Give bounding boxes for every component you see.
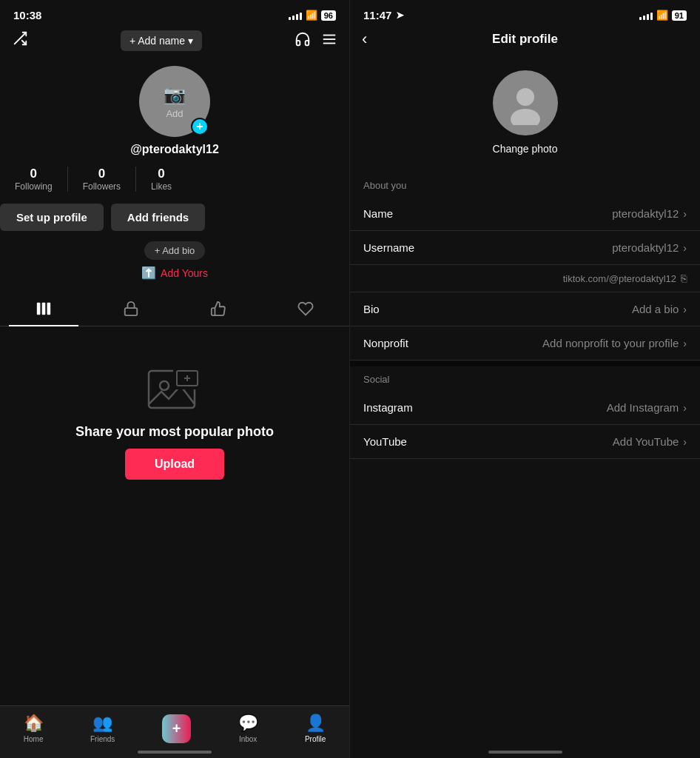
inbox-label: Inbox	[239, 735, 257, 743]
about-you-label: About you	[350, 172, 700, 197]
add-yours-label: Add Yours	[161, 267, 208, 279]
username-field-value: pterodaktyl12 ›	[612, 241, 687, 254]
tab-liked[interactable]	[175, 292, 262, 326]
youtube-field-row[interactable]: YouTube Add YouTube ›	[350, 425, 700, 459]
left-home-indicator	[138, 751, 212, 754]
svg-rect-7	[47, 303, 51, 315]
left-panel: 10:38 📶 96 + Add name ▾	[0, 0, 350, 758]
edit-profile-header: ‹ Edit profile	[350, 26, 700, 56]
tiktok-link: tiktok.com/@pterodaktyl12 ⎘	[563, 272, 687, 284]
tab-videos[interactable]	[0, 292, 87, 326]
empty-state: Share your most popular photo Upload	[0, 341, 349, 502]
following-count: 0	[30, 167, 37, 181]
bio-section: + Add bio ⬆️ Add Yours	[0, 241, 349, 280]
instagram-field-label: Instagram	[363, 401, 413, 414]
share-button[interactable]	[12, 30, 28, 51]
right-home-indicator	[488, 751, 562, 754]
nav-inbox[interactable]: 💬 Inbox	[238, 714, 258, 743]
avatar-section: 📷 Add + @pterodaktyl12	[0, 60, 349, 167]
add-bio-button[interactable]: + Add bio	[144, 241, 206, 260]
name-field-value: pterodaktyl12 ›	[612, 207, 687, 220]
username-field-label: Username	[363, 241, 414, 254]
svg-point-16	[511, 109, 540, 125]
friends-icon: 👥	[92, 714, 112, 733]
left-header: + Add name ▾	[0, 26, 349, 60]
change-photo-label[interactable]: Change photo	[493, 143, 558, 155]
followers-stat[interactable]: 0 Followers	[68, 167, 136, 192]
create-button[interactable]: +	[162, 714, 192, 743]
create-plus-icon: +	[172, 720, 181, 737]
wifi-icon: 📶	[306, 10, 317, 21]
add-photo-label: Add	[166, 108, 183, 119]
location-icon: ➤	[396, 10, 404, 21]
left-status-bar: 10:38 📶 96	[0, 0, 349, 26]
name-field-row[interactable]: Name pterodaktyl12 ›	[350, 197, 700, 231]
friends-label: Friends	[90, 735, 115, 743]
right-status-bar: 11:47 ➤ 📶 91	[350, 0, 700, 26]
likes-stat[interactable]: 0 Likes	[136, 167, 186, 192]
nav-friends[interactable]: 👥 Friends	[90, 714, 115, 743]
following-label: Following	[15, 181, 53, 192]
profile-label: Profile	[305, 735, 326, 743]
home-label: Home	[24, 735, 44, 743]
right-battery-badge: 91	[672, 10, 687, 21]
page-title: Edit profile	[492, 32, 558, 47]
menu-button[interactable]	[321, 31, 337, 51]
username-field-row[interactable]: Username pterodaktyl12 ›	[350, 231, 700, 265]
right-wifi-icon: 📶	[656, 10, 668, 21]
nav-create[interactable]: +	[162, 714, 192, 743]
instagram-field-value: Add Instagram ›	[607, 401, 687, 414]
followers-label: Followers	[83, 181, 121, 192]
svg-rect-8	[125, 308, 138, 315]
right-panel: 11:47 ➤ 📶 91 ‹ Edit profile Change photo	[350, 0, 700, 758]
svg-rect-6	[42, 303, 46, 315]
form-divider	[350, 360, 700, 366]
empty-state-title: Share your most popular photo	[75, 424, 274, 440]
social-label: Social	[350, 366, 700, 391]
instagram-chevron-icon: ›	[683, 402, 687, 414]
add-yours-row[interactable]: ⬆️ Add Yours	[141, 266, 208, 280]
tab-favorites[interactable]	[262, 292, 349, 326]
signal-icon	[289, 11, 302, 20]
empty-photo-icon	[145, 363, 204, 415]
headphones-icon-button[interactable]	[295, 31, 311, 51]
youtube-field-value: Add YouTube ›	[613, 435, 687, 448]
nonprofit-field-value: Add nonprofit to your profile ›	[542, 337, 687, 349]
nonprofit-field-label: Nonprofit	[363, 337, 408, 349]
inbox-icon: 💬	[238, 714, 258, 733]
upload-button[interactable]: Upload	[125, 449, 224, 480]
tab-private[interactable]	[87, 292, 175, 326]
bio-field-value: Add a bio ›	[632, 303, 687, 315]
add-friends-button[interactable]: Add friends	[111, 204, 205, 231]
name-chevron-icon: ›	[683, 208, 687, 220]
bio-field-label: Bio	[363, 303, 380, 315]
back-button[interactable]: ‹	[362, 30, 367, 49]
name-field-label: Name	[363, 207, 393, 220]
tiktok-link-row: tiktok.com/@pterodaktyl12 ⎘	[350, 265, 700, 292]
right-signal-icon	[639, 11, 653, 20]
content-tabs	[0, 292, 349, 326]
add-name-button[interactable]: + Add name ▾	[121, 30, 202, 51]
nav-profile[interactable]: 👤 Profile	[305, 714, 326, 743]
header-icons	[295, 31, 337, 51]
bio-field-row[interactable]: Bio Add a bio ›	[350, 292, 700, 326]
nav-home[interactable]: 🏠 Home	[24, 714, 44, 743]
left-status-icons: 📶 96	[289, 10, 336, 21]
username-chevron-icon: ›	[683, 242, 687, 254]
camera-icon: 📷	[164, 84, 186, 105]
avatar-wrapper[interactable]: 📷 Add +	[139, 66, 210, 137]
setup-profile-button[interactable]: Set up profile	[0, 204, 104, 231]
right-status-icons: 📶 91	[639, 10, 687, 21]
left-time: 10:38	[13, 9, 41, 21]
following-stat[interactable]: 0 Following	[0, 167, 68, 192]
edit-avatar-circle[interactable]	[493, 70, 558, 135]
youtube-field-label: YouTube	[363, 435, 407, 448]
instagram-field-row[interactable]: Instagram Add Instagram ›	[350, 391, 700, 425]
stats-row: 0 Following 0 Followers 0 Likes	[0, 167, 349, 192]
right-time: 11:47 ➤	[363, 9, 404, 21]
plus-badge[interactable]: +	[191, 118, 209, 135]
copy-icon[interactable]: ⎘	[681, 272, 687, 284]
edit-avatar-section: Change photo	[350, 56, 700, 172]
nonprofit-field-row[interactable]: Nonprofit Add nonprofit to your profile …	[350, 326, 700, 360]
profile-nav-icon: 👤	[306, 714, 326, 733]
